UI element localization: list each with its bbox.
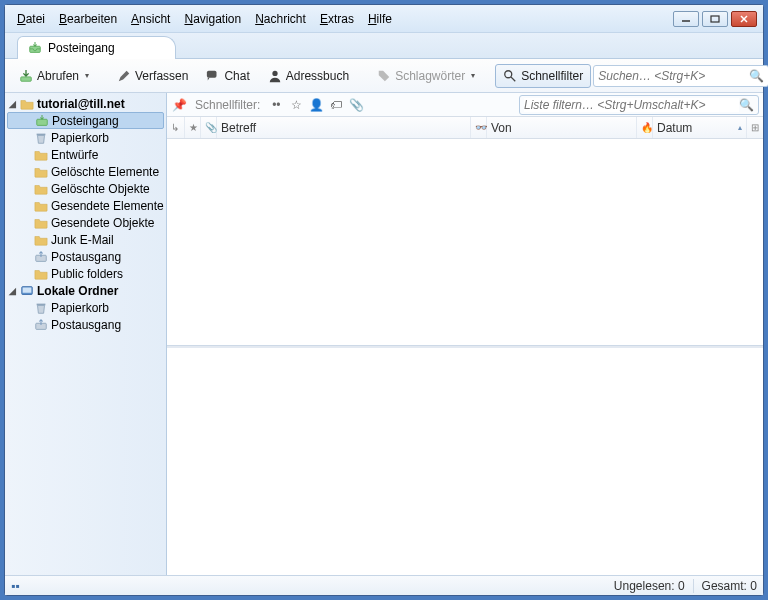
star-icon: ★ bbox=[189, 122, 198, 133]
quickfilter-label: Schnellfilter: bbox=[195, 98, 260, 112]
menu-datei[interactable]: Datei bbox=[11, 9, 51, 29]
quickfilter-button[interactable]: Schnellfilter bbox=[495, 64, 591, 88]
tree-folder-3[interactable]: Gelöschte Elemente bbox=[5, 163, 166, 180]
svg-rect-15 bbox=[37, 303, 46, 305]
local-icon bbox=[19, 284, 35, 298]
addressbook-button[interactable]: Adressbuch bbox=[260, 64, 357, 88]
thread-icon: ↳ bbox=[171, 122, 179, 133]
tree-folder-7[interactable]: Junk E-Mail bbox=[5, 231, 166, 248]
tree-folder-1[interactable]: Papierkorb bbox=[5, 129, 166, 146]
tab-label: Posteingang bbox=[48, 41, 115, 55]
menu-hilfe[interactable]: Hilfe bbox=[362, 9, 398, 29]
outbox-icon bbox=[33, 318, 49, 332]
folder-icon bbox=[33, 199, 49, 213]
menubar: DateiBearbeitenAnsichtNavigationNachrich… bbox=[11, 9, 673, 29]
search-input[interactable]: 🔍 bbox=[593, 65, 768, 87]
svg-point-7 bbox=[272, 70, 277, 75]
column-picker[interactable]: ⊞ bbox=[747, 117, 763, 138]
inbox-icon bbox=[34, 114, 50, 128]
inbox-icon bbox=[28, 41, 42, 55]
sort-asc-icon: ▴ bbox=[738, 123, 742, 132]
quickfilter-bar: 📌 Schnellfilter: •• ☆ 👤 🏷 📎 🔍 bbox=[167, 93, 763, 117]
search-icon[interactable]: 🔍 bbox=[739, 98, 754, 112]
tag-icon bbox=[377, 69, 391, 83]
subject-column[interactable]: Betreff bbox=[217, 117, 471, 138]
message-list[interactable] bbox=[167, 139, 763, 346]
fetch-button[interactable]: Abrufen ▾ bbox=[11, 64, 97, 88]
attachment-column[interactable]: 📎 bbox=[201, 117, 217, 138]
compose-button[interactable]: Verfassen bbox=[109, 64, 196, 88]
folder-icon bbox=[33, 165, 49, 179]
star-column[interactable]: ★ bbox=[185, 117, 201, 138]
tab-row: Posteingang bbox=[5, 33, 763, 59]
tag-filter-icon[interactable]: 🏷 bbox=[328, 98, 344, 112]
star-filter-icon[interactable]: ☆ bbox=[288, 98, 304, 112]
attachment-filter-icon[interactable]: 📎 bbox=[348, 98, 364, 112]
column-headers: ↳ ★ 📎 Betreff 👓 Von 🔥 Datum▴ ⊞ bbox=[167, 117, 763, 139]
svg-rect-6 bbox=[207, 70, 217, 77]
tree-local-folder-1[interactable]: Postausgang bbox=[5, 316, 166, 333]
menu-nachricht[interactable]: Nachricht bbox=[249, 9, 312, 29]
folder-icon bbox=[33, 233, 49, 247]
folder-icon bbox=[33, 267, 49, 281]
download-icon bbox=[19, 69, 33, 83]
unread-label: Ungelesen: bbox=[614, 579, 675, 593]
filter-list-input[interactable]: 🔍 bbox=[519, 95, 759, 115]
maximize-button[interactable] bbox=[702, 11, 728, 27]
junk-column[interactable]: 🔥 bbox=[637, 117, 653, 138]
chat-button[interactable]: Chat bbox=[198, 64, 257, 88]
menu-bearbeiten[interactable]: Bearbeiten bbox=[53, 9, 123, 29]
svg-point-8 bbox=[505, 70, 512, 77]
svg-rect-10 bbox=[37, 119, 48, 125]
menu-extras[interactable]: Extras bbox=[314, 9, 360, 29]
titlebar: DateiBearbeitenAnsichtNavigationNachrich… bbox=[5, 5, 763, 33]
tree-account[interactable]: ◢tutorial@till.net bbox=[5, 95, 166, 112]
message-preview bbox=[167, 348, 763, 575]
minimize-button[interactable] bbox=[673, 11, 699, 27]
tree-folder-4[interactable]: Gelöschte Objekte bbox=[5, 180, 166, 197]
thread-column[interactable]: ↳ bbox=[167, 117, 185, 138]
tree-local[interactable]: ◢Lokale Ordner bbox=[5, 282, 166, 299]
menu-navigation[interactable]: Navigation bbox=[178, 9, 247, 29]
tree-folder-2[interactable]: Entwürfe bbox=[5, 146, 166, 163]
close-button[interactable] bbox=[731, 11, 757, 27]
activity-icon[interactable]: ▪▪ bbox=[11, 579, 20, 593]
date-column[interactable]: Datum▴ bbox=[653, 117, 747, 138]
menu-ansicht[interactable]: Ansicht bbox=[125, 9, 176, 29]
statusbar: ▪▪ Ungelesen: 0 Gesamt: 0 bbox=[5, 575, 763, 595]
chevron-down-icon: ▾ bbox=[85, 71, 89, 80]
read-column[interactable]: 👓 bbox=[471, 117, 487, 138]
svg-line-9 bbox=[511, 76, 515, 80]
tree-folder-8[interactable]: Postausgang bbox=[5, 248, 166, 265]
folder-icon bbox=[33, 216, 49, 230]
unread-filter-icon[interactable]: •• bbox=[268, 98, 284, 112]
folder-icon bbox=[33, 148, 49, 162]
trash-icon bbox=[33, 131, 49, 145]
pin-icon[interactable]: 📌 bbox=[171, 98, 187, 112]
tree-folder-5[interactable]: Gesendete Elemente bbox=[5, 197, 166, 214]
from-column[interactable]: Von bbox=[487, 117, 637, 138]
toolbar: Abrufen ▾ Verfassen Chat Adressbuch Schl… bbox=[5, 59, 763, 93]
search-icon[interactable]: 🔍 bbox=[749, 69, 764, 83]
svg-rect-14 bbox=[23, 287, 32, 292]
total-label: Gesamt: bbox=[702, 579, 747, 593]
person-icon bbox=[268, 69, 282, 83]
svg-rect-5 bbox=[21, 76, 32, 80]
search-icon bbox=[503, 69, 517, 83]
folder-icon bbox=[33, 182, 49, 196]
attachment-icon: 📎 bbox=[205, 122, 217, 133]
tab-inbox[interactable]: Posteingang bbox=[17, 36, 176, 59]
tree-folder-6[interactable]: Gesendete Objekte bbox=[5, 214, 166, 231]
pencil-icon bbox=[117, 69, 131, 83]
trash-icon bbox=[33, 301, 49, 315]
total-value: 0 bbox=[750, 579, 757, 593]
chat-icon bbox=[206, 69, 220, 83]
svg-rect-1 bbox=[711, 16, 719, 22]
tree-folder-0[interactable]: Posteingang bbox=[7, 112, 164, 129]
contact-filter-icon[interactable]: 👤 bbox=[308, 98, 324, 112]
outbox-icon bbox=[33, 250, 49, 264]
svg-rect-11 bbox=[37, 133, 46, 135]
tree-local-folder-0[interactable]: Papierkorb bbox=[5, 299, 166, 316]
tree-folder-9[interactable]: Public folders bbox=[5, 265, 166, 282]
account-icon bbox=[19, 97, 35, 111]
